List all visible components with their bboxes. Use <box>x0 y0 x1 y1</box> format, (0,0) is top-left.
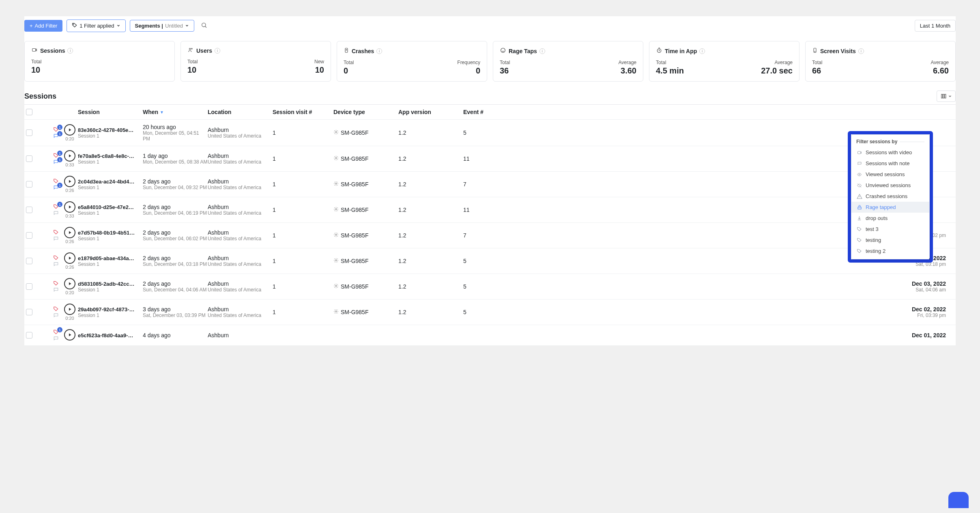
stat-card[interactable]: Time in App i Total 4.5 min Average 27.0… <box>649 41 799 82</box>
col-events[interactable]: Event # <box>463 109 512 115</box>
metric-label: Total <box>656 60 684 65</box>
play-button[interactable] <box>64 201 75 213</box>
stat-card[interactable]: Crashes i Total 0 Frequency 0 <box>337 41 487 82</box>
location-city: Ashburn <box>208 229 273 236</box>
quick-filter-item[interactable]: Crashed sessions <box>851 191 929 202</box>
stat-card[interactable]: Sessions i Total 10 <box>24 41 175 82</box>
select-all-checkbox[interactable] <box>26 109 32 115</box>
visit-count: 1 <box>273 155 333 162</box>
col-device[interactable]: Device type <box>333 109 398 115</box>
start-date: Dec 02, 2022 <box>512 306 946 313</box>
location-city: Ashburn <box>208 332 273 338</box>
table-row[interactable]: 1 1 0:20 83e360c2-4278-405e… Session 1 2… <box>24 120 956 146</box>
session-id: fe70a8e5-c8a8-4e8c-… <box>78 153 143 159</box>
filter-item-icon <box>856 160 862 166</box>
row-checkbox[interactable] <box>26 207 32 213</box>
info-icon[interactable]: i <box>858 48 864 54</box>
table-row[interactable]: 1 1 0:33 fe70a8e5-c8a8-4e8c-… Session 1 … <box>24 146 956 172</box>
row-checkbox[interactable] <box>26 232 32 239</box>
note-icon <box>53 210 60 216</box>
play-button[interactable] <box>64 252 75 264</box>
quick-filter-item[interactable]: Rage tapped <box>851 202 929 213</box>
row-checkbox[interactable] <box>26 155 32 162</box>
popover-title: Filter sessions by <box>856 139 897 144</box>
col-location[interactable]: Location <box>208 109 273 115</box>
table-row[interactable]: 1 0:33 e5a84010-d25e-47e2… Session 1 2 d… <box>24 197 956 223</box>
row-checkbox[interactable] <box>26 258 32 264</box>
play-button[interactable] <box>64 150 75 162</box>
add-filter-button[interactable]: + Add Filter <box>24 20 62 32</box>
svg-point-17 <box>335 234 337 235</box>
chevron-down-icon <box>185 23 189 29</box>
stat-card[interactable]: Users i Total 10 New 10 <box>181 41 331 82</box>
session-number: Session 1 <box>78 159 143 165</box>
device-model: SM-G985F <box>341 258 368 264</box>
info-icon[interactable]: i <box>539 48 545 54</box>
play-button[interactable] <box>64 304 75 315</box>
session-number: Session 1 <box>78 236 143 241</box>
col-when[interactable]: When ▼ <box>143 109 208 115</box>
filter-item-label: Unviewed sessions <box>866 182 911 188</box>
quick-filter-item[interactable]: drop outs <box>851 213 929 224</box>
segments-dropdown[interactable]: Segments | Untitled <box>130 20 194 32</box>
filter-item-icon <box>856 215 862 221</box>
start-date: Dec 03, 2022 <box>512 280 946 287</box>
filter-applied-label: 1 Filter applied <box>80 23 114 29</box>
stat-card[interactable]: Screen Visits i Total 66 Average 6.60 <box>805 41 956 82</box>
filter-item-icon <box>856 149 862 155</box>
row-checkbox[interactable] <box>26 309 32 315</box>
location-country: United States of America <box>208 159 273 165</box>
stat-icon <box>500 47 506 55</box>
info-icon[interactable]: i <box>699 48 705 54</box>
quick-filter-item[interactable]: Unviewed sessions <box>851 180 929 191</box>
quick-filter-item[interactable]: testing 2 <box>851 246 929 256</box>
search-icon[interactable] <box>198 19 210 32</box>
app-version: 1.2 <box>398 207 463 213</box>
add-filter-label: Add Filter <box>35 23 58 29</box>
filter-item-label: Viewed sessions <box>866 171 905 177</box>
table-row[interactable]: 0:26 e1879d05-abae-434a… Session 1 2 day… <box>24 248 956 274</box>
play-button[interactable] <box>64 124 75 136</box>
stat-card[interactable]: Rage Taps i Total 36 Average 3.60 <box>493 41 643 82</box>
table-row[interactable]: 1 e5cf623a-f8d0-4aa9-… 4 days ago Ashbur… <box>24 325 956 346</box>
info-icon[interactable]: i <box>67 48 73 54</box>
session-number: Session 1 <box>78 185 143 190</box>
col-visit[interactable]: Session visit # <box>273 109 333 115</box>
table-row[interactable]: 0:26 e7d57b48-0b19-4b51… Session 1 2 day… <box>24 223 956 248</box>
info-icon[interactable]: i <box>376 48 382 54</box>
filter-applied-chip[interactable]: 1 Filter applied <box>67 19 125 32</box>
row-checkbox[interactable] <box>26 129 32 136</box>
quick-filter-item[interactable]: Sessions with note <box>851 158 929 169</box>
session-id: d5831085-2adb-42cc… <box>78 281 143 287</box>
metric-value: 66 <box>812 66 822 75</box>
filter-item-icon <box>856 248 862 254</box>
quick-filter-item[interactable]: Viewed sessions <box>851 169 929 180</box>
quick-filter-item[interactable]: test 3 <box>851 224 929 235</box>
row-checkbox[interactable] <box>26 283 32 290</box>
play-button[interactable] <box>64 176 75 187</box>
play-button[interactable] <box>64 278 75 289</box>
play-button[interactable] <box>64 329 75 341</box>
info-icon[interactable]: i <box>215 48 220 54</box>
quick-filter-item[interactable]: testing <box>851 235 929 246</box>
table-row[interactable]: 0:20 d5831085-2adb-42cc… Session 1 2 day… <box>24 274 956 300</box>
app-version: 1.2 <box>398 309 463 315</box>
metric-label: Total <box>812 60 822 65</box>
quick-filter-item[interactable]: Sessions with video <box>851 147 929 158</box>
table-row[interactable]: 1 0:26 2c04d3ea-ac24-4bd4… Session 1 2 d… <box>24 172 956 197</box>
location-city: Ashburn <box>208 153 273 159</box>
play-button[interactable] <box>64 227 75 238</box>
metric-value: 10 <box>187 65 198 75</box>
col-session[interactable]: Session <box>78 109 143 115</box>
daterange-button[interactable]: Last 1 Month <box>915 20 956 32</box>
col-appver[interactable]: App version <box>398 109 463 115</box>
columns-toggle-button[interactable] <box>937 91 956 102</box>
note-icon <box>53 261 60 267</box>
visit-count: 1 <box>273 207 333 213</box>
svg-rect-11 <box>943 94 944 98</box>
table-row[interactable]: 0:20 29a4b097-92cf-4873-… Session 1 3 da… <box>24 300 956 325</box>
stat-icon <box>31 47 38 54</box>
row-checkbox[interactable] <box>26 181 32 188</box>
row-checkbox[interactable] <box>26 332 32 338</box>
when-relative: 2 days ago <box>143 178 208 185</box>
